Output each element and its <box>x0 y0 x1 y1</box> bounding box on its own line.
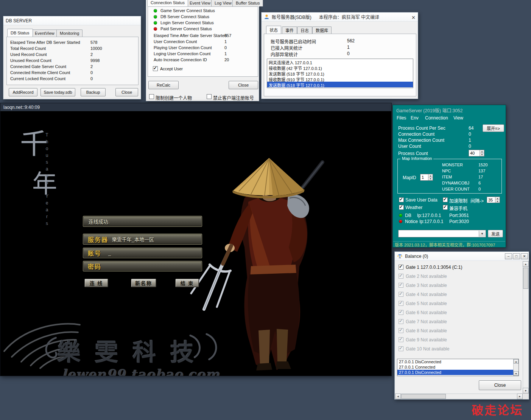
gate-3-checkbox[interactable] <box>399 283 403 288</box>
mobile-compat-checkbox[interactable] <box>443 205 448 210</box>
scroll-down-icon[interactable]: ▼ <box>514 371 519 376</box>
tab-account-event[interactable]: 事件 <box>282 26 297 34</box>
gate-8-checkbox[interactable] <box>399 328 403 333</box>
connection-item-selected[interactable]: 27.0.0.1 DisConnected <box>397 370 519 375</box>
gate-6-checkbox[interactable] <box>399 310 403 315</box>
gate-close-button[interactable]: Close <box>229 81 258 89</box>
step-up-icon[interactable]: ▲ <box>480 150 484 153</box>
step-up-icon[interactable]: ▲ <box>428 174 433 178</box>
vertical-scroll-thumb[interactable] <box>523 268 528 289</box>
minimize-icon[interactable]: – <box>505 253 512 259</box>
menu-files[interactable]: Files <box>397 115 406 121</box>
gate-7-label: Gate 7 Not available <box>406 319 447 324</box>
gate-5-checkbox[interactable] <box>399 301 403 306</box>
tab-account-status[interactable]: 状态 <box>266 26 281 34</box>
step-down-icon[interactable]: ▼ <box>495 200 500 203</box>
account-log-list[interactable]: 网关连接进入 127.0.0.1 接收数据 (42 字节 127.0.0.1) … <box>267 59 413 88</box>
speed-limit-checkbox[interactable] <box>443 197 448 202</box>
scroll-left-icon[interactable]: ◄ <box>395 394 401 399</box>
connect-button[interactable]: 连 线 <box>84 279 108 287</box>
add-record-button[interactable]: AddRecord <box>9 88 37 96</box>
weather-checkbox[interactable] <box>399 205 404 210</box>
db-ip: Ip:127.0.0.1 <box>417 213 441 218</box>
log-item-selected[interactable]: 发送数据 (518 字节 127.0.0.1) <box>267 82 413 87</box>
balance-close-button[interactable]: Close <box>479 380 521 390</box>
db-led-label: DB <box>405 213 411 218</box>
gate-4-checkbox[interactable] <box>399 292 403 297</box>
gate-9-checkbox[interactable] <box>399 337 403 342</box>
gate-1-label: Gate 1 127.0.0.1:3054 (C:1) <box>406 265 462 270</box>
server-select-box[interactable]: 服务器 樂雯千年_本地一区 <box>83 234 202 245</box>
client-titlebar[interactable]: laoqn.net::9:40:09 <box>0 103 391 111</box>
menu-env[interactable]: Env <box>411 115 419 121</box>
gate-2-checkbox[interactable] <box>399 274 403 279</box>
tab-event-view[interactable]: Event View <box>186 0 214 6</box>
menu-connection[interactable]: Connection <box>425 115 448 121</box>
mapid-stepper[interactable]: 1 ▲▼ <box>420 174 433 181</box>
close-icon[interactable]: ✕ <box>521 253 528 259</box>
db-stat-value: 2 <box>90 52 93 57</box>
game-server-statusbar: 版本 2021.03.12，脚本相关互相交流，群:1017017097 <box>393 241 505 248</box>
scroll-down-icon[interactable]: ▼ <box>523 388 529 394</box>
step-down-icon[interactable]: ▼ <box>428 178 433 181</box>
tab-eventview[interactable]: EventView <box>31 29 58 37</box>
gate-1-checkbox[interactable] <box>399 265 403 270</box>
scroll-up-icon[interactable]: ▲ <box>523 261 529 267</box>
broadcast-combobox[interactable]: ▼ <box>398 230 486 237</box>
recalc-button[interactable]: ReCalc <box>148 81 179 89</box>
tab-account-database[interactable]: 数据库 <box>312 26 332 34</box>
balance-connection-list[interactable]: 27.0.0.1 DisConnected 27.0.0.1 Connected… <box>397 359 519 376</box>
scroll-right-icon[interactable]: ► <box>517 394 523 399</box>
scroll-up-icon[interactable]: ▲ <box>514 359 519 364</box>
process-count-stepper[interactable]: 40 ▲▼ <box>469 150 484 157</box>
game-server-titlebar[interactable]: GameServer (2019版) 端口:3052 <box>396 107 462 113</box>
tab-connection-status[interactable]: Connection Status <box>147 0 188 6</box>
log-item[interactable]: 接收数据 (910 字节 127.0.0.1) <box>267 76 413 82</box>
close-icon[interactable]: ✕ <box>411 15 416 20</box>
account-input-box[interactable]: 账号 _ <box>83 248 202 258</box>
backup-button[interactable]: Backup <box>81 88 106 96</box>
end-button[interactable]: 结 束 <box>175 279 199 287</box>
log-item[interactable]: 接收数据 (42 字节 127.0.0.1) <box>267 65 413 70</box>
watermark-url: lewen99.taobao.com <box>62 367 220 376</box>
tab-monitoring[interactable]: Monitoring <box>56 29 83 37</box>
step-up-icon[interactable]: ▲ <box>495 197 500 200</box>
forbid-client-register-checkbox[interactable] <box>207 94 212 99</box>
connection-item[interactable]: 27.0.0.1 DisConnected <box>397 359 519 364</box>
gate-7-checkbox[interactable] <box>399 319 403 324</box>
mapid-label: MapID <box>403 175 416 180</box>
interval-stepper[interactable]: 35 ▲▼ <box>487 197 500 203</box>
log-item[interactable]: 发送数据 (518 字节 127.0.0.1) <box>267 70 413 76</box>
save-sdb-button[interactable]: Save today.sdb <box>40 88 75 96</box>
list-scrollbar[interactable]: ▲ ▼ <box>513 359 519 376</box>
maximize-icon[interactable]: □ <box>513 253 520 259</box>
save-user-data-checkbox[interactable] <box>399 197 404 202</box>
log-item[interactable]: 网关连接进入 127.0.0.1 <box>267 59 413 65</box>
db-stat-label: Connected Gate Server Count <box>10 64 66 69</box>
tab-db-status[interactable]: DB Status <box>7 29 33 37</box>
limit-one-character-checkbox[interactable] <box>149 94 154 99</box>
gate-10-checkbox[interactable] <box>399 346 403 351</box>
server-name: 樂雯千年_本地一区 <box>112 236 154 243</box>
password-input-box[interactable]: 密码 <box>83 261 202 271</box>
new-name-button[interactable]: 新名称 <box>131 279 156 287</box>
combobox-dropdown-icon[interactable]: ▼ <box>479 231 485 237</box>
expand-button[interactable]: 展开=> <box>483 124 504 132</box>
connection-item[interactable]: 27.0.0.1 Connected <box>397 364 519 370</box>
horizontal-scroll-thumb[interactable] <box>401 394 446 399</box>
tab-log-view[interactable]: Log View <box>211 0 235 6</box>
gs-stat-label: Process Count Per Sec <box>398 126 445 131</box>
step-down-icon[interactable]: ▼ <box>480 153 484 157</box>
map-stat-value: 17 <box>478 175 483 179</box>
tab-buffer-status[interactable]: Buffer Status <box>232 0 263 6</box>
db-close-button[interactable]: Close <box>115 88 138 96</box>
notice-led-label: Notice <box>405 219 418 224</box>
db-server-window: DB SERVER DB Status EventView Monitoring… <box>3 16 141 99</box>
version-text: 版本 2021.03.12，脚本相关互相交流，群:1017017097 <box>395 242 495 248</box>
menu-view[interactable]: View <box>453 115 463 121</box>
send-button[interactable]: 发送 <box>488 230 503 237</box>
accept-user-checkbox[interactable] <box>153 66 158 71</box>
account-server-titlebar[interactable]: 账号服务器(SDB版) 本程序由：疯狂海军 中文编译 <box>262 12 418 22</box>
db-server-titlebar[interactable]: DB SERVER <box>3 16 141 25</box>
tab-account-log[interactable]: 日志 <box>297 26 312 34</box>
